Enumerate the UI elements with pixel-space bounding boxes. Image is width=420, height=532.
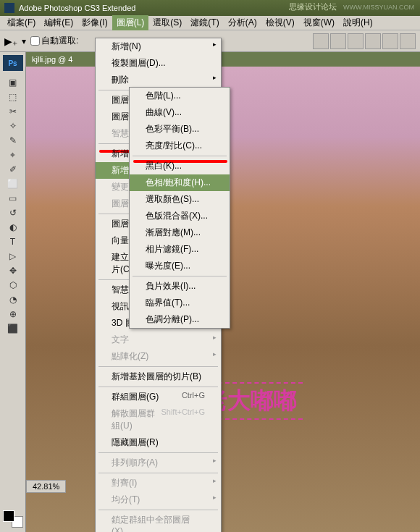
- align-icon[interactable]: [348, 33, 364, 49]
- menubar-item[interactable]: 影像(I): [77, 15, 112, 30]
- menu-item[interactable]: 複製圖層(D)...: [96, 55, 221, 72]
- tools-panel: Ps ▣⬚✂✧✎⌖✐⬜▭↺◐T▷✥⬡◔⊕⬛: [0, 52, 26, 532]
- tool-button[interactable]: ⊕: [5, 307, 21, 321]
- menubar-item[interactable]: 檢視(V): [261, 15, 299, 30]
- menu-item[interactable]: 色調分離(P)...: [130, 311, 230, 328]
- menu-item[interactable]: 黑白(K)...: [130, 158, 230, 174]
- tool-button[interactable]: ⬜: [5, 177, 21, 191]
- menubar-item[interactable]: 編輯(E): [40, 15, 77, 30]
- tool-button[interactable]: ✎: [5, 133, 21, 148]
- menu-item[interactable]: 色階(L)...: [130, 88, 230, 104]
- color-swatches[interactable]: [3, 510, 23, 528]
- tool-button[interactable]: ⌖: [5, 148, 21, 162]
- auto-select-checkbox[interactable]: 自動選取:: [30, 35, 78, 47]
- menu-item[interactable]: 相片濾鏡(F)...: [130, 241, 230, 258]
- fg-color[interactable]: [3, 510, 14, 522]
- menu-item: 文字: [96, 332, 221, 348]
- tool-button[interactable]: ✐: [5, 162, 21, 177]
- tool-button[interactable]: ⬡: [5, 278, 21, 292]
- app-icon: [4, 3, 14, 13]
- menu-item[interactable]: 選取顏色(S)...: [130, 191, 230, 208]
- watermark: 思缘设计论坛 WWW.MISSYUAN.COM: [289, 1, 414, 12]
- app-title: Adobe Photoshop CS3 Extended: [19, 4, 135, 12]
- menu-item[interactable]: 色彩平衡(B)...: [130, 121, 230, 138]
- menu-separator: [98, 452, 218, 453]
- menubar-item[interactable]: 圖層(L): [112, 15, 149, 30]
- menu-item[interactable]: 色相/飽和度(H)...: [130, 174, 230, 191]
- tool-button[interactable]: ↺: [5, 206, 21, 220]
- menu-item[interactable]: 臨界值(T)...: [130, 295, 230, 311]
- align-icon[interactable]: [330, 33, 346, 49]
- menu-item[interactable]: 隱藏圖層(R): [96, 434, 221, 451]
- menubar-item[interactable]: 分析(A): [224, 15, 261, 30]
- document-tab[interactable]: kjlli.jpg @ 4: [26, 53, 78, 66]
- move-tool-indicator: ▶₊: [4, 35, 17, 47]
- menu-separator: [133, 156, 227, 156]
- menu-item: 點陣化(Z): [96, 348, 221, 365]
- align-icon[interactable]: [365, 33, 381, 49]
- tool-button[interactable]: ◐: [5, 220, 21, 235]
- tool-button[interactable]: ▭: [5, 191, 21, 206]
- menu-item[interactable]: 亮度/對比(C)...: [130, 138, 230, 154]
- menu-item[interactable]: 新增基於圖層的切片(B): [96, 368, 221, 385]
- menu-separator: [98, 366, 218, 367]
- menubar-item[interactable]: 說明(H): [339, 15, 377, 30]
- align-icon[interactable]: [400, 33, 416, 49]
- tool-button[interactable]: ▣: [5, 75, 21, 90]
- align-icons: [313, 33, 416, 49]
- menu-item: 鎖定群組中全部圖層(X)...: [96, 512, 221, 532]
- menu-item[interactable]: 曝光度(E)...: [130, 258, 230, 274]
- menu-item: 排列順序(A): [96, 455, 221, 471]
- menu-item: 對齊(I): [96, 475, 221, 491]
- tool-button[interactable]: ▷: [5, 249, 21, 263]
- menu-item[interactable]: 曲線(V)...: [130, 104, 230, 121]
- tool-button[interactable]: ✧: [5, 119, 21, 133]
- tool-button[interactable]: T: [5, 235, 21, 249]
- tool-button[interactable]: ◔: [5, 292, 21, 307]
- menu-item[interactable]: 新增(N): [96, 38, 221, 55]
- menu-item: 均分(T): [96, 491, 221, 508]
- tool-button[interactable]: ⬚: [5, 90, 21, 104]
- ps-logo: Ps: [3, 55, 23, 71]
- menu-item: 解散圖層群組(U)Shift+Ctrl+G: [96, 405, 221, 434]
- menu-separator: [133, 276, 227, 276]
- menubar-item[interactable]: 視窗(W): [299, 15, 339, 30]
- menu-item[interactable]: 色版混合器(X)...: [130, 208, 230, 224]
- align-icon[interactable]: [382, 33, 398, 49]
- adjustment-layer-submenu: 色階(L)...曲線(V)...色彩平衡(B)...亮度/對比(C)...黑白(…: [129, 87, 230, 329]
- menu-item[interactable]: 刪除: [96, 72, 221, 88]
- menu-separator: [98, 473, 218, 473]
- menubar-item[interactable]: 選取(S): [148, 15, 186, 30]
- align-icon[interactable]: [313, 33, 329, 49]
- tool-button[interactable]: ⬛: [5, 321, 21, 336]
- menubar-item[interactable]: 濾鏡(T): [186, 15, 223, 30]
- menu-item[interactable]: 漸層對應(M)...: [130, 224, 230, 241]
- tool-button[interactable]: ✥: [5, 263, 21, 278]
- menu-separator: [98, 387, 218, 387]
- menu-separator: [98, 510, 218, 510]
- tool-button[interactable]: ✂: [5, 104, 21, 119]
- menubar-item[interactable]: 檔案(F): [3, 15, 40, 30]
- zoom-indicator[interactable]: 42.81%: [26, 480, 66, 493]
- menubar: 檔案(F)編輯(E)影像(I)圖層(L)選取(S)濾鏡(T)分析(A)檢視(V)…: [0, 16, 420, 30]
- menu-item[interactable]: 負片效果(I)...: [130, 278, 230, 295]
- menu-item[interactable]: 群組圖層(G)Ctrl+G: [96, 389, 221, 405]
